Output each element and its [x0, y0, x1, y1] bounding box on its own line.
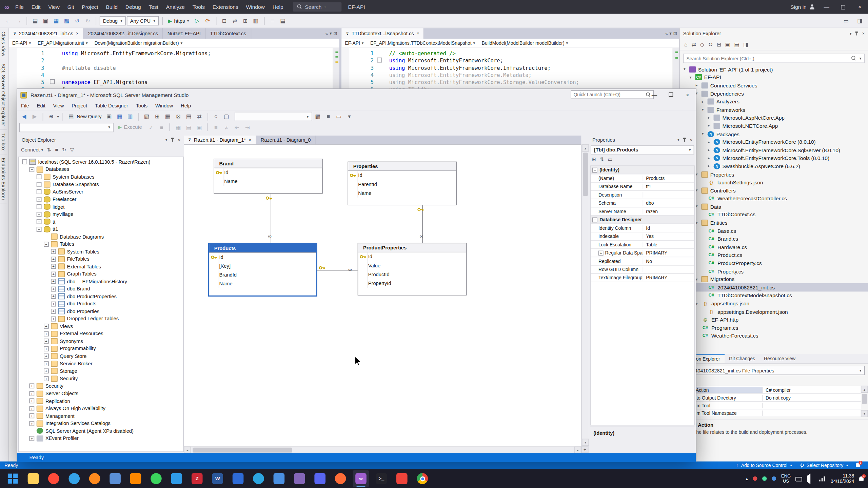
tree-item-controllers[interactable]: ▾Controllers — [680, 186, 868, 195]
expander-icon[interactable]: + — [37, 189, 42, 195]
tree-item-database-diagrams[interactable]: Database Diagrams — [19, 233, 183, 240]
tree-item-query-store[interactable]: +Query Store — [19, 352, 183, 360]
taskbar-windows-terminal[interactable]: >_ — [373, 470, 390, 487]
tree-item-system-tables[interactable]: +System Tables — [19, 248, 183, 255]
pending-changes-filter-icon[interactable]: ◇ — [700, 41, 704, 47]
tree-item-weatherforecast-cs[interactable]: C#WeatherForecast.cs — [680, 332, 868, 340]
expander-icon[interactable]: ▸ — [694, 83, 699, 88]
tree-item-freelancer[interactable]: +Freelancer — [19, 196, 183, 203]
preview-icon[interactable]: ◨ — [855, 16, 865, 25]
start-button[interactable] — [4, 470, 21, 487]
expand-icon[interactable]: + — [598, 251, 604, 256]
expander-icon[interactable]: + — [44, 354, 49, 359]
expander-icon[interactable] — [44, 234, 49, 239]
tree-item-appsettings-json[interactable]: ▾{}appsettings.json — [680, 300, 868, 308]
properties-object-dropdown[interactable]: 20240410082821_init.cs File Properties ▾ — [683, 366, 865, 375]
property-value[interactable]: PRIMARY — [643, 250, 694, 256]
breadcrumb-item[interactable]: EF-API▾ — [345, 40, 363, 46]
navigate-forward-icon[interactable]: ▶ — [30, 112, 39, 121]
property-row-indexable[interactable]: IndexableYes — [591, 232, 694, 241]
tree-item-databases[interactable]: −Databases — [19, 166, 183, 173]
vs-search-box[interactable]: Search ▾ — [293, 2, 341, 12]
taskbar-vlc[interactable] — [127, 470, 144, 487]
editor-tab-20240410082821-init-cs[interactable]: ⊽20240410082821_init.cs× — [9, 28, 83, 39]
tree-item-hardware-cs[interactable]: C#Hardware.cs — [680, 243, 868, 251]
breadcrumb-item[interactable]: BuildModel(ModelBuilder modelBuilder)▾ — [482, 40, 568, 46]
properties-icon[interactable]: ▤ — [734, 41, 739, 47]
window-position-icon[interactable]: ▾ — [677, 138, 679, 142]
add-table-icon[interactable]: ⊞ — [153, 112, 162, 121]
code-line[interactable]: using Microsoft.EntityFrameworkCore.Infr… — [389, 64, 672, 71]
find-icon[interactable]: ⊞ — [240, 16, 250, 25]
add-related-tables-icon[interactable]: ▦ — [163, 112, 173, 121]
expander-icon[interactable]: + — [51, 286, 56, 291]
taskbar-discord[interactable] — [312, 470, 328, 487]
tree-item-server-objects[interactable]: +Server Objects — [19, 390, 183, 397]
expander-icon[interactable]: ▸ — [706, 124, 711, 128]
start-without-debugging-icon[interactable]: ▷ — [192, 16, 202, 25]
expander-icon[interactable]: + — [51, 249, 56, 254]
split-window-icon[interactable]: ⊡ — [333, 31, 337, 36]
expander-icon[interactable]: + — [29, 384, 35, 389]
property-row-copy-to-output-directory[interactable]: Copy to Output DirectoryDo not copy — [680, 394, 861, 402]
tree-item-microsoft-entityframeworkcore-8-0-10[interactable]: ▸NMicrosoft.EntityFrameworkCore (8.0.10) — [680, 138, 868, 146]
notifications-button[interactable]: 1 — [856, 463, 860, 468]
diagram-column-row[interactable]: PropertyId — [358, 279, 466, 288]
results-grid-icon[interactable]: ▦ — [174, 123, 183, 132]
results-file-icon[interactable]: ▣ — [195, 123, 204, 132]
taskbar-anydesk[interactable] — [394, 470, 410, 487]
expander-icon[interactable]: + — [51, 309, 56, 314]
connect-button[interactable]: Connect ▾ — [21, 147, 43, 152]
navigate-back-icon[interactable]: ◀ — [19, 112, 29, 121]
expander-icon[interactable]: + — [51, 301, 56, 306]
menu-debug[interactable]: Debug — [121, 0, 145, 14]
home-icon[interactable]: ⌂ — [684, 41, 688, 47]
property-value[interactable]: C# compiler — [763, 387, 861, 392]
diagram-column-row[interactable]: Name — [209, 279, 316, 288]
diagram-column-row[interactable]: Id — [348, 171, 456, 180]
taskbar-chrome[interactable] — [414, 470, 431, 487]
execute-button[interactable]: ▶ Execute — [115, 124, 145, 130]
taskbar-notepad[interactable] — [107, 470, 123, 487]
code-line[interactable]: using Microsoft.EntityFrameworkCore.Stor… — [389, 79, 672, 86]
navigate-back-icon[interactable]: ← — [3, 16, 13, 25]
expander-icon[interactable]: + — [29, 421, 35, 426]
table-view-icon[interactable]: ▤ — [184, 112, 194, 121]
save-icon[interactable]: ▦ — [115, 112, 124, 121]
stop-icon[interactable]: ■ — [55, 147, 58, 152]
ssms-close-button[interactable]: × — [679, 89, 696, 100]
tree-item-always-on-high-availability[interactable]: +Always On High Availability — [19, 405, 183, 412]
property-row-custom-tool-namespace[interactable]: Custom Tool Namespace — [680, 409, 861, 417]
expander-icon[interactable]: + — [44, 361, 49, 366]
pinned-icon[interactable]: ⊽ — [346, 31, 349, 36]
document-tab-razen-tt1-diagram-1[interactable]: ⊽Razen.tt1 - Diagram_1*× — [184, 136, 256, 144]
hot-reload-icon[interactable]: ⟳ — [203, 16, 212, 25]
cancel-query-icon[interactable]: ■ — [157, 123, 166, 132]
tree-item-product-cs[interactable]: C#Product.cs — [680, 251, 868, 259]
property-row-schema[interactable]: Schemadbo — [591, 199, 694, 207]
diagram-column-row[interactable]: ParentId — [348, 180, 456, 189]
tree-item-entities[interactable]: ▾Entities — [680, 219, 868, 227]
tree-item-sql-server-agent-agent-xps-disabled[interactable]: SQL Server Agent (Agent XPs disabled) — [19, 427, 183, 434]
taskbar-mail[interactable] — [271, 470, 287, 487]
tree-item-tt1[interactable]: −tt1 — [19, 225, 183, 233]
menu-file[interactable]: File — [17, 101, 33, 110]
tree-item-properties[interactable]: ▾Properties — [680, 170, 868, 178]
expander-icon[interactable]: ▸ — [706, 140, 711, 144]
menu-view[interactable]: View — [49, 101, 67, 110]
switch-views-icon[interactable]: ⇄ — [691, 41, 696, 47]
property-row-build-action[interactable]: Build ActionC# compiler — [680, 386, 861, 394]
tree-item-solution-ef-api-1-of-1-project[interactable]: ▾Solution 'EF-API' (1 of 1 project) — [680, 65, 868, 74]
tree-item-database-snapshots[interactable]: +Database Snapshots — [19, 181, 183, 188]
solution-explorer-search[interactable]: ▾ — [683, 54, 865, 63]
expander-icon[interactable]: − — [44, 242, 49, 247]
tray-app-icon[interactable] — [753, 476, 757, 481]
vs-maximize-button[interactable] — [835, 0, 851, 14]
tree-item-productproperty-cs[interactable]: C#ProductProperty.cs — [680, 259, 868, 267]
expander-icon[interactable]: − — [22, 160, 27, 165]
expander-icon[interactable]: + — [29, 391, 35, 396]
volume-icon[interactable] — [807, 476, 814, 481]
expander-icon[interactable]: ▸ — [706, 148, 711, 152]
tab-git-changes[interactable]: Git Changes — [725, 354, 760, 363]
tree-item-security[interactable]: +Security — [19, 382, 183, 390]
